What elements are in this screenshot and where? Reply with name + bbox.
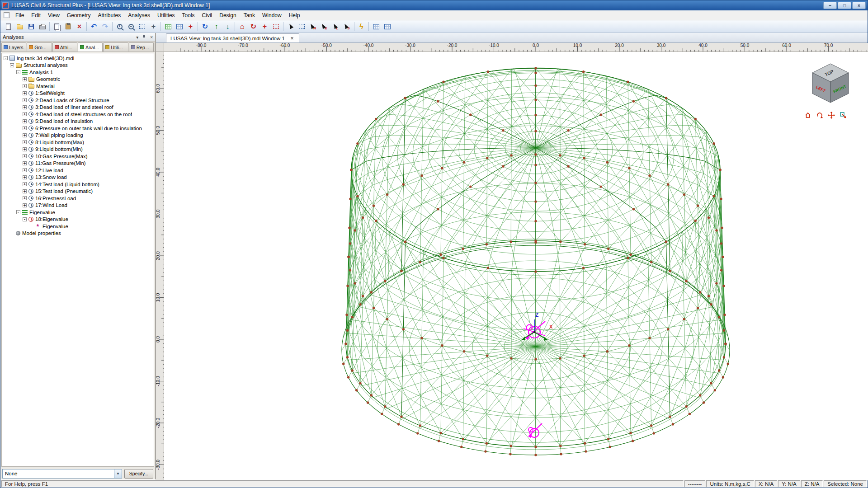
expand-toggle[interactable]: +: [23, 140, 27, 144]
panel-tab-rep[interactable]: Rep...: [129, 42, 154, 52]
menu-tank[interactable]: Tank: [240, 11, 259, 20]
menu-tools[interactable]: Tools: [179, 11, 198, 20]
view-rotate-button[interactable]: [817, 113, 823, 118]
tree-item-3-dead-load-of-liner-and-steel-roof[interactable]: +3:Dead load of liner and steel roof: [2, 104, 154, 111]
view-orientation-cube[interactable]: TOPLEFTFRONT: [812, 64, 849, 103]
tree-item-analysis-1[interactable]: -Analysis 1: [2, 69, 154, 76]
tree-item-10-gas-pressure-max[interactable]: +10:Gas Pressure(Max): [2, 153, 154, 160]
tree-item-7-wall-piping-loading[interactable]: +7:Wall piping loading: [2, 132, 154, 139]
tree-item-15-test-load-pneumatic[interactable]: +15:Test load (Pneumatic): [2, 188, 154, 195]
zoom-out-button[interactable]: −: [126, 21, 136, 32]
tree-item-14-test-load-liquid-bottom[interactable]: +14:Test load (Liquid bottom): [2, 181, 154, 188]
tree-item-structural-analyses[interactable]: -Structural analyses: [2, 62, 154, 69]
tree-item-4-dead-load-of-steel-structures-on-the-roof[interactable]: +4:Dead load of steel structures on the …: [2, 111, 154, 118]
tree-item-2-dead-loads-of-steel-structure[interactable]: +2:Dead Loads of Steel Structure: [2, 97, 154, 104]
expand-toggle[interactable]: +: [23, 112, 27, 116]
tree-item-11-gas-pressure-min[interactable]: +11:Gas Pressure(Min): [2, 160, 154, 167]
pan-button[interactable]: +: [148, 21, 159, 32]
expand-toggle[interactable]: +: [23, 182, 27, 186]
expand-toggle[interactable]: +: [23, 91, 27, 95]
pin-icon[interactable]: [142, 35, 146, 40]
copy-button[interactable]: [52, 21, 62, 32]
data-table-button[interactable]: [371, 21, 381, 32]
new-file-button[interactable]: [3, 21, 14, 32]
collapse-toggle[interactable]: -: [16, 210, 20, 214]
tree-item-6-pressure-on-outer-tank-wall-due-to-insulation[interactable]: +6:Pressure on outer tank wall due to in…: [2, 125, 154, 132]
undo-button[interactable]: ↶: [89, 21, 99, 32]
panel-close-icon[interactable]: ×: [150, 35, 153, 40]
zoom-extents-button[interactable]: [137, 21, 147, 32]
menu-utilities[interactable]: Utilities: [154, 11, 179, 20]
menu-geometry[interactable]: Geometry: [63, 11, 94, 20]
expand-toggle[interactable]: +: [23, 161, 27, 165]
panel-tab-anal[interactable]: Anal...: [78, 42, 103, 52]
expand-toggle[interactable]: +: [23, 77, 27, 81]
panel-tab-gro[interactable]: Gro...: [27, 42, 52, 52]
close-button[interactable]: ×: [852, 2, 866, 9]
tree-item-16-prestressload[interactable]: +16:PrestressLoad: [2, 195, 154, 202]
tree-item-13-snow-load[interactable]: +13:Snow load: [2, 174, 154, 181]
collapse-toggle[interactable]: -: [16, 70, 20, 74]
save-file-button[interactable]: [26, 21, 36, 32]
expand-toggle[interactable]: +: [23, 168, 27, 172]
expand-toggle[interactable]: +: [23, 105, 27, 109]
model-canvas[interactable]: ZXTOPLEFTFRONT: [164, 52, 868, 480]
tab-close-icon[interactable]: ×: [289, 35, 295, 42]
mesh-display-button[interactable]: [163, 21, 173, 32]
minimize-button[interactable]: –: [823, 2, 837, 9]
expand-toggle[interactable]: +: [23, 119, 27, 123]
view-rotate-button[interactable]: ↻: [248, 21, 259, 32]
select-surfaces-button[interactable]: S: [342, 21, 352, 32]
specify-button[interactable]: Specify...: [124, 469, 153, 479]
expand-toggle[interactable]: +: [23, 175, 27, 179]
tree-item-12-live-load[interactable]: +12:Live load: [2, 167, 154, 174]
redo-button[interactable]: ↷: [100, 21, 110, 32]
tree-item-9-liquid-bottom-min[interactable]: +9:Liquid bottom(Min): [2, 146, 154, 153]
menu-design[interactable]: Design: [216, 11, 240, 20]
rotate-up-button[interactable]: ↑: [211, 21, 222, 32]
tree-item-geometric[interactable]: +Geometric: [2, 76, 154, 83]
dynamic-rotate-button[interactable]: ↻: [200, 21, 210, 32]
expand-toggle[interactable]: +: [23, 98, 27, 102]
menu-view[interactable]: View: [44, 11, 63, 20]
menu-civil[interactable]: Civil: [198, 11, 216, 20]
tree-item-eigenvalue[interactable]: -Eigenvalue: [2, 209, 154, 216]
align-axis-button[interactable]: ↓: [222, 21, 233, 32]
view-zoom-button[interactable]: [840, 113, 846, 118]
document-icon[interactable]: [4, 12, 9, 18]
tree-item-lng-tank-3d-shell-3d-mdl[interactable]: -lng tank 3d shell(3D).mdl: [2, 55, 154, 62]
menu-analyses[interactable]: Analyses: [124, 11, 154, 20]
panel-tab-attri[interactable]: Attri...: [52, 42, 77, 52]
report-grid-button[interactable]: [382, 21, 392, 32]
menu-help[interactable]: Help: [285, 11, 304, 20]
delete-button[interactable]: ×: [74, 21, 85, 32]
open-file-button[interactable]: [14, 21, 25, 32]
expand-toggle[interactable]: +: [23, 189, 27, 193]
collapse-toggle[interactable]: -: [23, 217, 27, 221]
zoom-in-button[interactable]: +: [114, 21, 125, 32]
expand-toggle[interactable]: +: [23, 196, 27, 200]
tree-item-eigenvalue[interactable]: *Eigenvalue: [2, 223, 154, 230]
tree-item-18-eigenvalue[interactable]: -18:Eigenvalue: [2, 216, 154, 223]
tree-item-8-liquid-bottom-max[interactable]: +8:Liquid bottom(Max): [2, 139, 154, 146]
maximize-button[interactable]: □: [838, 2, 851, 9]
expand-toggle[interactable]: +: [23, 133, 27, 137]
document-tab[interactable]: LUSAS View: lng tank 3d shell(3D).mdl Wi…: [166, 33, 299, 42]
panel-tab-utili[interactable]: Utili...: [103, 42, 128, 52]
active-loadcase-dropdown[interactable]: None ▼: [2, 469, 122, 479]
menu-edit[interactable]: Edit: [28, 11, 44, 20]
select-elements-button[interactable]: E: [319, 21, 330, 32]
collapse-toggle[interactable]: -: [4, 56, 8, 60]
collapse-toggle[interactable]: -: [10, 63, 14, 67]
view-pan-button[interactable]: +: [259, 21, 270, 32]
menu-file[interactable]: File: [12, 11, 28, 20]
home-view-button[interactable]: ⌂: [237, 21, 247, 32]
menu-attributes[interactable]: Attributes: [94, 11, 125, 20]
view-home-button[interactable]: [806, 113, 810, 117]
solve-button[interactable]: ϟ: [356, 21, 367, 32]
panel-tab-layers[interactable]: Layers: [1, 42, 26, 52]
paste-button[interactable]: [63, 21, 73, 32]
tree-item-1-selfweight[interactable]: +1:SelfWeight: [2, 90, 154, 97]
chevron-down-icon[interactable]: ▼: [114, 469, 122, 478]
tree-item-5-dead-load-of-insulation[interactable]: +5:Dead load of Insulation: [2, 118, 154, 125]
